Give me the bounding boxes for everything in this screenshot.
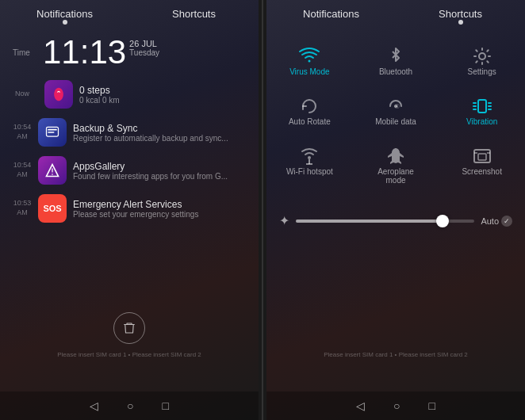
tab-shortcuts-left[interactable]: Shortcuts — [129, 8, 259, 25]
back-button-right[interactable]: ◁ — [356, 399, 365, 412]
right-content: Virus Mode Bluetooth Settings — [266, 29, 525, 391]
notif-icon-backup — [38, 118, 67, 147]
shortcut-label-screenshot: Screenshot — [462, 167, 502, 176]
shortcut-mobile-data[interactable]: ④ Mobile data — [353, 86, 439, 136]
bluetooth-icon — [385, 45, 407, 67]
notif-backup[interactable]: 10:54AM Backup & Sync Register to automa… — [0, 113, 259, 151]
shortcut-aeroplane[interactable]: Aeroplanemode — [353, 136, 439, 194]
notif-title-backup: Backup & Sync — [73, 123, 249, 134]
notif-apps[interactable]: 10:54AM AppsGallery Found few interestin… — [0, 151, 259, 189]
shortcut-virus-mode[interactable]: Virus Mode — [266, 36, 353, 86]
notif-time-steps: Now — [10, 90, 35, 99]
shortcuts-grid: Virus Mode Bluetooth Settings — [266, 29, 525, 200]
notif-desc-emergency: Please set your emergency settings — [73, 210, 249, 219]
shortcut-label-settings: Settings — [468, 67, 496, 76]
shortcut-vibration[interactable]: Vibration — [439, 86, 525, 136]
left-content: Time 11:13 26 JUL Tuesday Now 0 steps 0 … — [0, 29, 259, 391]
date-day: 26 JUL — [129, 39, 159, 48]
shortcut-label-mobile-data: Mobile data — [375, 117, 416, 126]
shortcut-auto-rotate[interactable]: Auto Rotate — [266, 86, 353, 136]
notif-desc-backup: Register to automatically backup and syn… — [73, 134, 249, 143]
notif-desc-steps: 0 kcal 0 km — [79, 96, 249, 105]
settings-icon — [471, 45, 493, 67]
plane-icon — [385, 145, 407, 167]
brightness-auto: Auto ✓ — [481, 216, 512, 227]
clear-notifications-button[interactable] — [113, 312, 145, 344]
notif-emergency[interactable]: 10:53AM SOS Emergency Alert Services Ple… — [0, 189, 259, 227]
notif-title-apps: AppsGallery — [73, 161, 249, 172]
shortcut-screenshot[interactable]: Screenshot — [439, 136, 525, 194]
notif-title-emergency: Emergency Alert Services — [73, 199, 249, 210]
rotate-icon — [298, 95, 320, 117]
back-button-left[interactable]: ◁ — [90, 399, 98, 412]
brightness-slider[interactable] — [296, 220, 474, 223]
left-tab-bar: Notifications Shortcuts — [0, 0, 259, 29]
notif-steps[interactable]: Now 0 steps 0 kcal 0 km — [0, 75, 259, 113]
sim-info-left: Please insert SIM card 1 • Please insert… — [0, 351, 259, 358]
time-section: Time 11:13 26 JUL Tuesday — [0, 29, 259, 75]
notif-time-backup: 10:54AM — [10, 123, 35, 141]
shortcut-settings[interactable]: Settings — [439, 36, 525, 86]
nav-bar-right: ◁ ○ □ — [266, 391, 525, 420]
shortcut-label-vibration: Vibration — [466, 117, 497, 126]
shortcut-label-auto-rotate: Auto Rotate — [289, 117, 331, 126]
shortcut-label-bluetooth: Bluetooth — [379, 67, 412, 76]
shortcut-hotspot[interactable]: Wi-Fi hotspot — [266, 136, 353, 194]
tab-notifications-right[interactable]: Notifications — [266, 8, 396, 25]
svg-rect-21 — [478, 154, 486, 160]
recents-button-right[interactable]: □ — [429, 399, 435, 412]
notif-title-steps: 0 steps — [79, 85, 249, 96]
brightness-auto-label: Auto — [481, 216, 499, 226]
shortcut-bluetooth[interactable]: Bluetooth — [353, 36, 439, 86]
shortcut-label-aeroplane: Aeroplanemode — [377, 167, 414, 185]
brightness-row: ✦ Auto ✓ — [266, 207, 525, 235]
notif-icon-steps — [44, 80, 73, 109]
notif-time-apps: 10:54AM — [10, 161, 35, 179]
nav-bar-left: ◁ ○ □ — [0, 391, 259, 420]
right-tab-bar: Notifications Shortcuts — [266, 0, 525, 29]
svg-rect-1 — [48, 129, 57, 131]
notif-desc-apps: Found few interesting apps for you from … — [73, 172, 249, 181]
svg-rect-0 — [47, 127, 59, 136]
brightness-thumb — [436, 215, 449, 227]
shortcut-label-hotspot: Wi-Fi hotspot — [286, 167, 333, 176]
notif-text-apps: AppsGallery Found few interesting apps f… — [73, 161, 249, 181]
data-icon: ④ — [385, 95, 407, 117]
svg-point-17 — [308, 156, 311, 159]
right-panel: Notifications Shortcuts Virus Mode Bluet — [266, 0, 525, 420]
recents-button-left[interactable]: □ — [163, 399, 169, 412]
svg-point-5 — [52, 174, 53, 175]
svg-point-6 — [479, 53, 485, 59]
notif-icon-emergency: SOS — [38, 194, 67, 223]
home-button-left[interactable]: ○ — [127, 399, 133, 412]
wifi-icon — [298, 45, 320, 67]
svg-rect-9 — [478, 100, 486, 113]
notif-icon-apps — [38, 156, 67, 185]
brightness-check[interactable]: ✓ — [501, 216, 512, 227]
home-button-right[interactable]: ○ — [393, 399, 400, 412]
time-label: Time — [13, 48, 36, 57]
date-weekday: Tuesday — [129, 48, 159, 57]
left-panel: Notifications Shortcuts Time 11:13 26 JU… — [0, 0, 259, 420]
divider — [262, 0, 263, 420]
shortcut-label-virus-mode: Virus Mode — [289, 67, 329, 76]
date-display: 26 JUL Tuesday — [129, 39, 159, 57]
notif-text-emergency: Emergency Alert Services Please set your… — [73, 199, 249, 219]
vibration-icon — [471, 95, 493, 117]
brightness-icon: ✦ — [279, 213, 289, 228]
tab-notifications-left[interactable]: Notifications — [0, 8, 129, 25]
svg-text:④: ④ — [394, 103, 400, 110]
clock: 11:13 — [43, 36, 126, 69]
screenshot-icon — [471, 145, 493, 167]
hotspot-icon — [298, 145, 320, 167]
notif-text-steps: 0 steps 0 kcal 0 km — [79, 85, 249, 105]
notif-time-emergency: 10:53AM — [10, 199, 35, 217]
svg-rect-2 — [48, 132, 54, 133]
notif-text-backup: Backup & Sync Register to automatically … — [73, 123, 249, 143]
time-display: 11:13 26 JUL Tuesday — [43, 36, 159, 69]
tab-shortcuts-right[interactable]: Shortcuts — [396, 8, 525, 25]
brightness-fill — [296, 220, 439, 223]
sim-info-right: Please insert SIM card 1 • Please insert… — [266, 351, 525, 358]
